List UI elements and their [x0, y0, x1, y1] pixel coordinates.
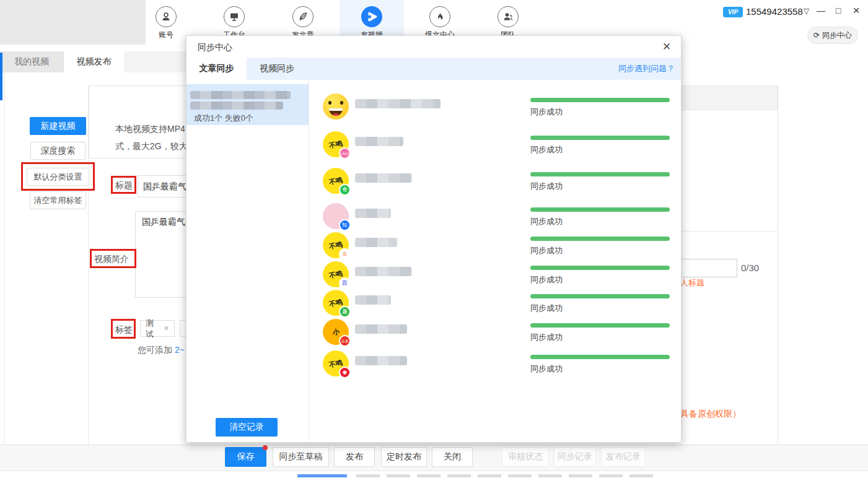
sync-platform-row[interactable]: 不鸣奇同步成功: [309, 165, 681, 196]
feather-icon: [292, 6, 313, 27]
avatar-text: 不鸣: [328, 358, 343, 368]
modal-tab-article-sync[interactable]: 文章同步: [186, 58, 247, 80]
refresh-icon: ⟳: [813, 31, 820, 40]
save-button[interactable]: 保存: [225, 447, 266, 467]
sync-progress-bar: [530, 207, 670, 212]
maximize-button[interactable]: □: [831, 4, 845, 17]
divider: [4, 72, 5, 445]
sync-status-text: 同步成功: [530, 144, 563, 155]
publish-button[interactable]: 发布: [334, 447, 375, 467]
minimize-button[interactable]: —: [814, 4, 828, 17]
sync-task-item[interactable]: 成功1个 失败0个: [186, 84, 309, 125]
modal-close-icon[interactable]: ✕: [660, 40, 673, 54]
taskbar-segment: [387, 474, 410, 477]
topleft-gray-panel: [0, 0, 146, 45]
deep-search-button[interactable]: 深度搜索: [30, 142, 85, 160]
publish-records-button: 发布记录: [601, 447, 646, 467]
modal-title: 同步中心: [198, 42, 232, 53]
flame-icon: [429, 6, 450, 27]
avatar-text: 不鸣: [328, 240, 343, 250]
sync-progress-bar: [530, 266, 670, 270]
tag-remove-icon[interactable]: ✕: [164, 324, 169, 332]
sync-progress-bar: [530, 98, 670, 102]
platform-avatar: 不鸣趣: [323, 290, 349, 316]
nav-item-publish-video[interactable]: 发视频: [340, 0, 404, 35]
platform-badge-icon: LALA: [339, 147, 351, 159]
platform-badge-icon: 奇: [339, 184, 351, 196]
blurred-task-title: [190, 91, 291, 99]
tag-text: 测试: [146, 318, 160, 340]
taskbar-segment: [569, 474, 592, 477]
sync-platform-row[interactable]: 小头条同步成功: [309, 316, 681, 347]
sync-platform-row[interactable]: 知同步成功: [309, 200, 681, 231]
tags-hint-text: 您可添加: [138, 345, 175, 355]
sync-platform-row[interactable]: 不鸣趣同步成功: [309, 287, 681, 318]
sync-platform-row[interactable]: 同步成功: [309, 90, 681, 121]
taskbar-segment: [297, 474, 347, 477]
close-button[interactable]: ✕: [849, 4, 863, 17]
modal-tab-video-sync[interactable]: 视频同步: [247, 58, 307, 80]
bottom-strip: [0, 471, 868, 478]
sync-platform-row[interactable]: 不鸣LALA同步成功: [309, 128, 681, 159]
sync-help-link[interactable]: 同步遇到问题？: [618, 63, 675, 74]
user-icon: [156, 6, 177, 27]
tab-video-publish[interactable]: 视频发布: [64, 51, 124, 72]
blurred-account-name: [355, 209, 391, 218]
sync-platform-row[interactable]: 不鸣◉同步成功: [309, 347, 681, 378]
platform-avatar: 不鸣◉: [323, 350, 349, 376]
blurred-account-name: [355, 295, 391, 305]
platform-badge-icon: 头条: [339, 335, 351, 347]
sync-progress-bar: [530, 294, 670, 298]
sync-platform-row[interactable]: 不鸣百同步成功: [309, 258, 681, 289]
divider: [778, 85, 778, 445]
blurred-account-name: [355, 137, 403, 146]
upload-hint-line1: 本地视频支持MP4: [115, 124, 185, 135]
active-rail: [0, 53, 2, 100]
char-counter: 0/30: [741, 263, 759, 273]
new-video-button[interactable]: 新建视频: [30, 117, 86, 135]
team-icon: [498, 6, 519, 27]
platform-avatar: 小头条: [323, 319, 349, 345]
tags-label: 标签: [115, 324, 133, 336]
tag-chip-test[interactable]: 测试 ✕: [140, 320, 175, 337]
tab-my-videos[interactable]: 我的视频: [0, 51, 64, 72]
sync-status-text: 同步成功: [530, 181, 563, 192]
platform-badge-icon: ◉: [339, 367, 351, 378]
sync-to-draft-button[interactable]: 同步至草稿: [273, 447, 329, 467]
schedule-publish-button[interactable]: 定时发布: [381, 447, 427, 467]
sync-status-text: 同步成功: [530, 303, 563, 314]
blurred-account-name: [355, 99, 441, 108]
app-window: 账号 工作台 发文章 发视频 爆文中心 团队 VIP 15549423558 ▽…: [0, 0, 868, 478]
taskbar-segment: [599, 474, 623, 477]
clear-common-tags-button[interactable]: 清空常用标签: [30, 191, 86, 209]
platform-avatar: 知: [323, 203, 349, 229]
platform-avatar: 不鸣S: [323, 232, 349, 258]
avatar-text: 不鸣: [328, 176, 343, 185]
audit-status-button: 审核状态: [502, 447, 549, 467]
title-label: 标题: [115, 180, 133, 191]
taskbar-segment: [417, 474, 441, 477]
sync-status-text: 同步成功: [530, 216, 563, 227]
platform-avatar: [323, 93, 349, 120]
avatar-text: 小: [331, 328, 340, 336]
description-label: 视频简介: [94, 254, 129, 265]
sync-center-button[interactable]: ⟳ 同步中心: [807, 27, 858, 44]
platform-avatar: 不鸣百: [323, 261, 349, 287]
sync-records-button: 同步记录: [554, 447, 596, 467]
sync-center-label: 同步中心: [822, 30, 852, 41]
account-dropdown-icon[interactable]: ▽: [804, 7, 809, 15]
orange-note-rights: 具备原创权限）: [680, 409, 741, 420]
sync-progress-bar: [530, 136, 670, 140]
default-category-button[interactable]: 默认分类设置: [27, 168, 89, 186]
orange-note-title: 人标题: [680, 277, 704, 289]
sync-platform-row[interactable]: 不鸣S同步成功: [309, 229, 681, 260]
sync-status-text: 同步成功: [530, 332, 563, 343]
blurred-task-title: [190, 102, 283, 110]
play-icon: [361, 6, 382, 27]
close-editor-button[interactable]: 关闭: [432, 447, 473, 467]
sync-status-text: 同步成功: [530, 363, 563, 375]
sync-progress-bar: [530, 237, 670, 241]
platform-avatar: 不鸣奇: [323, 168, 349, 194]
platform-avatar: 不鸣LALA: [323, 131, 349, 157]
clear-records-button[interactable]: 清空记录: [216, 418, 278, 437]
